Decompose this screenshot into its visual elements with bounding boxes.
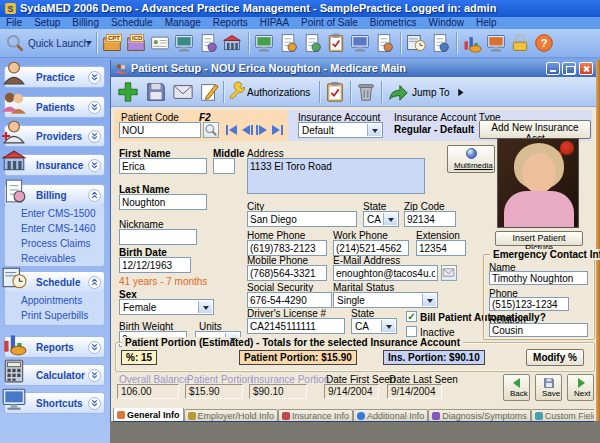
menu-item-biometrics[interactable]: Biometrics (364, 17, 423, 29)
send-email-button[interactable] (441, 265, 457, 281)
nav-first-record-button[interactable] (225, 124, 239, 138)
lab-monitor-icon[interactable] (174, 33, 194, 53)
mail-button[interactable] (172, 81, 194, 103)
minimize-button[interactable] (546, 62, 560, 75)
city-input[interactable] (247, 211, 357, 227)
emergency-phone-input[interactable] (489, 297, 569, 311)
back-button[interactable]: Back (503, 374, 530, 401)
jump-to-arrow-icon[interactable] (387, 81, 409, 103)
insert-patient-picture-button[interactable]: Insert Patient Picture (495, 231, 583, 246)
mobile-phone-input[interactable] (247, 265, 327, 281)
delete-trash-button[interactable] (355, 81, 377, 103)
pos-monitor-icon[interactable] (350, 33, 370, 53)
expand-chevron-icon[interactable] (88, 130, 101, 143)
add-new-insurance-acct-button[interactable]: Add New Insurance Acct (479, 120, 591, 139)
menu-item-help[interactable]: Help (470, 17, 503, 29)
menu-item-setup[interactable]: Setup (28, 17, 66, 29)
expand-chevron-icon[interactable] (88, 71, 101, 84)
email-input[interactable] (333, 265, 438, 281)
tab-general-info[interactable]: General Info (113, 408, 184, 421)
patient-code-input[interactable] (119, 122, 201, 138)
menu-item-hipaa[interactable]: HIPAA (254, 17, 295, 29)
sidebar-item-print-superbills[interactable]: Print Superbills (5, 307, 104, 322)
dl-state-select[interactable]: CA (351, 318, 397, 334)
edit-button[interactable] (198, 81, 220, 103)
export-monitor-icon[interactable] (254, 33, 274, 53)
work-phone-input[interactable] (333, 240, 409, 256)
facility-bank-icon[interactable] (222, 33, 242, 53)
menu-item-file[interactable]: File (0, 17, 28, 29)
expand-chevron-icon[interactable] (88, 369, 101, 382)
quick-launch-label[interactable]: Quick Launch (28, 38, 89, 49)
save-button[interactable]: Save (535, 374, 562, 401)
verify-clipboard-button[interactable] (324, 81, 346, 103)
menu-item-manage[interactable]: Manage (159, 17, 207, 29)
menu-item-billing[interactable]: Billing (66, 17, 105, 29)
emergency-relation-input[interactable] (489, 323, 588, 337)
collapse-chevron-icon[interactable] (88, 189, 101, 202)
first-name-input[interactable] (119, 158, 207, 174)
menu-item-reports[interactable]: Reports (207, 17, 254, 29)
quick-launch-dropdown-arrow[interactable] (86, 41, 92, 48)
authorizations-wrench-icon[interactable] (227, 81, 245, 103)
tasks-clipboard-icon[interactable] (326, 33, 346, 53)
patient-report-icon[interactable] (374, 33, 394, 53)
jump-to-submenu-arrow[interactable] (456, 88, 465, 99)
sidebar-item-enter-cms-1500[interactable]: Enter CMS-1500 (5, 205, 104, 220)
collapse-chevron-icon[interactable] (88, 276, 101, 289)
address-textarea[interactable]: 1133 El Toro Road (247, 158, 425, 194)
expand-chevron-icon[interactable] (88, 341, 101, 354)
birth-date-input[interactable] (119, 257, 191, 273)
patient-search-button[interactable] (203, 122, 219, 138)
expand-chevron-icon[interactable] (88, 397, 101, 410)
help-icon[interactable] (534, 33, 554, 53)
maximize-button[interactable] (562, 62, 576, 75)
report-clock-icon[interactable] (406, 33, 426, 53)
expand-chevron-icon[interactable] (88, 101, 101, 114)
state-select[interactable]: CA (363, 211, 399, 227)
menu-item-schedule[interactable]: Schedule (105, 17, 159, 29)
bill-patient-automatically-checkbox[interactable]: ✓ (406, 311, 417, 322)
sidebar-item-enter-cms-1460[interactable]: Enter CMS-1460 (5, 220, 104, 235)
jump-to-button[interactable]: Jump To (412, 87, 450, 98)
billing-ledger-icon[interactable] (278, 33, 298, 53)
zip-code-input[interactable] (404, 211, 456, 227)
nav-previous-record-button[interactable] (240, 124, 254, 138)
sidebar-item-process-claims[interactable]: Process Claims (5, 235, 104, 250)
security-lock-icon[interactable] (510, 33, 530, 53)
codes-gears-doc-icon[interactable] (302, 33, 322, 53)
marital-status-select[interactable]: Single (333, 292, 438, 308)
quick-launch-search-icon[interactable] (5, 33, 25, 53)
nav-last-record-button[interactable] (270, 124, 284, 138)
expand-chevron-icon[interactable] (88, 159, 101, 172)
nickname-input[interactable] (119, 229, 197, 245)
extension-input[interactable] (416, 240, 466, 256)
social-security-input[interactable] (247, 292, 332, 308)
sex-select[interactable]: Female (119, 299, 214, 315)
menu-item-point-of-sale[interactable]: Point of Sale (295, 17, 364, 29)
schedule-board-icon[interactable] (430, 33, 450, 53)
nav-next-record-button[interactable] (255, 124, 269, 138)
drivers-license-input[interactable] (247, 318, 345, 334)
icd-codes-folder-icon[interactable]: ICD (126, 33, 146, 53)
patient-card-icon[interactable] (150, 33, 170, 53)
tab-custom-fields[interactable]: Custom Fields (531, 409, 594, 421)
new-patient-button[interactable] (117, 81, 139, 103)
tab-employer-hold-info[interactable]: Employer/Hold Info (184, 409, 279, 421)
sidebar-item-appointments[interactable]: Appointments (5, 292, 104, 307)
certificate-doc-icon[interactable] (198, 33, 218, 53)
next-button[interactable]: Next (567, 374, 594, 401)
cpt-codes-folder-icon[interactable]: CPT (102, 33, 122, 53)
analytics-chart-icon[interactable] (462, 33, 482, 53)
tab-insurance-info[interactable]: Insurance Info (278, 409, 353, 421)
modify-percent-button[interactable]: Modify % (526, 349, 584, 366)
inactive-checkbox[interactable] (406, 326, 417, 337)
menu-item-window[interactable]: Window (423, 17, 471, 29)
tab-diagnosis-symptoms[interactable]: Diagnosis/Symptoms (428, 409, 531, 421)
save-patient-button[interactable] (145, 81, 167, 103)
sidebar-item-receivables[interactable]: Receivables (5, 250, 104, 265)
insurance-account-select[interactable]: Default (298, 122, 383, 138)
emergency-name-input[interactable] (489, 271, 588, 285)
close-button[interactable] (579, 62, 593, 75)
middle-input[interactable] (213, 158, 235, 174)
